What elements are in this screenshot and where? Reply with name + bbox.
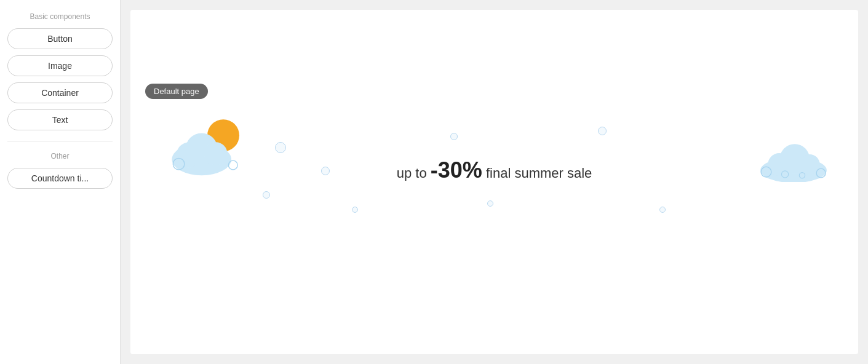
- sidebar-divider: [7, 141, 113, 142]
- sidebar-item-button[interactable]: Button: [7, 28, 113, 49]
- sidebar-item-image[interactable]: Image: [7, 55, 113, 76]
- sale-highlight: -30%: [431, 157, 482, 183]
- sidebar-item-text[interactable]: Text: [7, 109, 113, 130]
- page-badge[interactable]: Default page: [145, 84, 208, 99]
- bubble-decoration: [352, 207, 358, 213]
- sale-prefix: up to: [397, 165, 427, 181]
- svg-point-4: [204, 142, 227, 165]
- bubble-decoration: [450, 133, 458, 140]
- other-label: Other: [7, 152, 113, 160]
- sale-suffix: final summer sale: [486, 165, 592, 181]
- bubble-decoration: [275, 142, 286, 153]
- sale-banner-text: up to -30% final summer sale: [397, 157, 592, 183]
- svg-point-6: [228, 160, 237, 170]
- sidebar-item-countdown[interactable]: Countdown ti...: [7, 168, 113, 189]
- cloud-illustration-right: [754, 133, 834, 182]
- sidebar: Basic components Button Image Container …: [0, 0, 121, 364]
- bubble-decoration: [487, 200, 493, 207]
- basic-components-label: Basic components: [7, 12, 113, 21]
- sidebar-item-container[interactable]: Container: [7, 82, 113, 103]
- bubble-decoration: [263, 191, 270, 199]
- main-area: Default page: [121, 0, 868, 364]
- canvas: Default page: [130, 10, 858, 354]
- bubble-decoration: [598, 127, 607, 135]
- bubble-decoration: [321, 167, 330, 175]
- bubble-decoration: [659, 207, 666, 213]
- cloud-sun-illustration: [167, 111, 247, 179]
